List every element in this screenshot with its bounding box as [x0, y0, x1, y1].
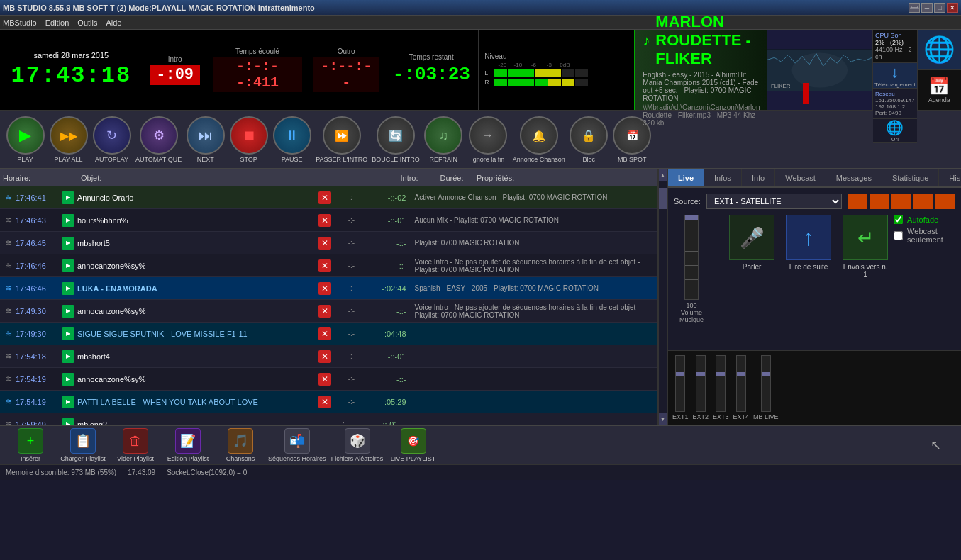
- ignore-fin-button[interactable]: → Ignore la fin: [467, 116, 509, 163]
- socket-status: Socket.Close(1092,0) = 0: [167, 469, 247, 476]
- row-play-button[interactable]: ▶: [62, 214, 74, 227]
- tab-webcast[interactable]: Webcast: [775, 169, 826, 186]
- row-time: 17:49:30: [16, 330, 62, 338]
- row-delete-button[interactable]: ✕: [318, 191, 331, 204]
- ext1-fader[interactable]: [675, 355, 685, 412]
- scroll-down-button[interactable]: ▼: [659, 413, 667, 425]
- refrain-icon: ♫: [424, 116, 462, 155]
- src-btn-3[interactable]: [891, 194, 911, 209]
- boucle-intro-button[interactable]: 🔄 BOUCLE INTRO: [372, 116, 420, 163]
- fichiers-aleatoires-button[interactable]: 🎲 Fichiers Aléatoires: [329, 428, 386, 462]
- refrain-button[interactable]: ♫ REFRAIN: [424, 116, 463, 163]
- vider-playlist-button[interactable]: 🗑 Vider Playlist: [111, 428, 160, 462]
- scroll-thumb[interactable]: [659, 188, 667, 209]
- edition-playlist-button[interactable]: 📝 Edition Playlist: [163, 428, 213, 462]
- row-play-button[interactable]: ▶: [62, 396, 74, 408]
- ext4-fader[interactable]: [736, 355, 746, 412]
- scroll-track[interactable]: [659, 181, 667, 413]
- row-delete-button[interactable]: ✕: [318, 282, 331, 295]
- volume-fader[interactable]: [684, 215, 699, 300]
- tab-infos[interactable]: Infos: [704, 169, 742, 186]
- row-delete-button[interactable]: ✕: [318, 214, 331, 227]
- row-play-button[interactable]: ▶: [62, 237, 74, 250]
- ext2-strip: EXT2: [693, 355, 709, 420]
- close-button[interactable]: ✕: [947, 3, 958, 13]
- fader-handle[interactable]: [685, 215, 698, 220]
- row-play-button[interactable]: ▶: [62, 373, 74, 386]
- lire-suite-button[interactable]: ↑ Lire de suite: [786, 215, 831, 271]
- main-area: Horaire: Objet: Intro: Durée: Propriétés…: [0, 169, 961, 425]
- menu-mbstudio[interactable]: MBStudio: [3, 18, 37, 27]
- play-button[interactable]: ▶ PLAY: [6, 116, 45, 163]
- row-play-button[interactable]: ▶: [62, 418, 74, 425]
- webcast-checkbox[interactable]: [894, 231, 903, 240]
- scroll-up-button[interactable]: ▲: [659, 169, 667, 181]
- sequences-horaires-button[interactable]: 📬 Séquences Horaires: [268, 428, 326, 462]
- tab-info[interactable]: Info: [742, 169, 775, 186]
- stop-button[interactable]: ⏹ STOP: [229, 116, 268, 163]
- playlist-scrollbar[interactable]: ▲ ▼: [658, 169, 667, 425]
- tab-histoire[interactable]: Histoire: [939, 169, 961, 186]
- menu-edition[interactable]: Edition: [45, 18, 70, 27]
- chansons-button[interactable]: 🎵 Chansons: [216, 428, 265, 462]
- tab-statistique[interactable]: Statistique: [882, 169, 939, 186]
- source-select[interactable]: EXT1 - SATELLITE EXT2 EXT3 EXT4 MB LIVE: [706, 194, 842, 209]
- download-button[interactable]: ↓ Téléchargement: [873, 63, 917, 89]
- row-delete-button[interactable]: ✕: [318, 305, 331, 318]
- row-delete-button[interactable]: ✕: [318, 327, 331, 340]
- tab-messages[interactable]: Messages: [826, 169, 882, 186]
- bloc-button[interactable]: 🔒 Bloc: [570, 116, 609, 163]
- row-play-button[interactable]: ▶: [62, 350, 74, 363]
- row-play-button[interactable]: ▶: [62, 327, 74, 340]
- remaining-timer: -:03:23: [389, 62, 474, 86]
- ext3-fader[interactable]: [716, 355, 726, 412]
- inserer-button[interactable]: + Insérer: [6, 428, 55, 462]
- annonce-chanson-button[interactable]: 🔔 Annonce Chanson: [513, 116, 565, 163]
- parler-button[interactable]: 🎤 Parler: [729, 215, 774, 271]
- charger-playlist-button[interactable]: 📋 Charger Playlist: [58, 428, 108, 462]
- automatique-button[interactable]: ⚙ AUTOMATIQUE: [135, 116, 182, 163]
- resize-icon[interactable]: ⟺: [909, 3, 920, 13]
- agenda-button[interactable]: 📅 Agenda: [918, 70, 961, 110]
- row-play-button[interactable]: ▶: [62, 191, 74, 204]
- row-delete-button[interactable]: ✕: [318, 350, 331, 363]
- autofade-checkbox[interactable]: [894, 215, 903, 224]
- live-playlist-button[interactable]: 🎯 LIVE PLAYLIST: [389, 428, 438, 462]
- globe-button[interactable]: 🌐: [918, 30, 961, 70]
- envoi-vers-button[interactable]: ↵ Envois vers n. 1: [843, 215, 888, 279]
- src-btn-5[interactable]: [935, 194, 955, 209]
- row-play-button[interactable]: ▶: [62, 259, 74, 272]
- mblive-fader[interactable]: [761, 355, 771, 412]
- header-intro: Intro:: [391, 174, 427, 182]
- pause-button[interactable]: ⏸ PAUSE: [272, 116, 311, 163]
- autoplay-button[interactable]: ↻ AUTOPLAY: [92, 116, 131, 163]
- bloc-icon: 🔒: [570, 116, 608, 155]
- ext2-fader[interactable]: [696, 355, 706, 412]
- passer-intro-button[interactable]: ⏩ PASSER L'INTRO: [316, 116, 367, 163]
- table-row: ≋ 17:46:46 ▶ LUKA - ENAMORADA ✕ -:- -:02…: [0, 277, 657, 300]
- menu-outils[interactable]: Outils: [77, 18, 97, 27]
- row-delete-button[interactable]: ✕: [318, 237, 331, 250]
- src-btn-4[interactable]: [913, 194, 933, 209]
- minimize-button[interactable]: ─: [921, 3, 933, 13]
- automatique-label: AUTOMATIQUE: [135, 156, 182, 163]
- row-delete-button[interactable]: ✕: [318, 396, 331, 408]
- url-button[interactable]: 🌐 Url: [873, 119, 917, 143]
- row-properties: Aucun Mix - Playlist: 0700 MAGIC ROTATIO…: [412, 216, 656, 224]
- live-content: Source: EXT1 - SATELLITE EXT2 EXT3 EXT4 …: [668, 188, 961, 350]
- action-buttons-area: 🎤 Parler ↑ Lire de suite ↵ Envois vers n…: [729, 215, 888, 323]
- row-play-button[interactable]: ▶: [62, 282, 74, 295]
- ext1-label: EXT1: [672, 413, 689, 420]
- maximize-button[interactable]: □: [934, 3, 945, 13]
- tab-live[interactable]: Live: [668, 169, 704, 186]
- src-btn-1[interactable]: [848, 194, 867, 209]
- row-delete-button[interactable]: ✕: [318, 259, 331, 272]
- menu-aide[interactable]: Aide: [106, 18, 121, 27]
- row-delete-button[interactable]: ✕: [318, 373, 331, 386]
- src-btn-2[interactable]: [870, 194, 889, 209]
- next-button[interactable]: ⏭ NEXT: [186, 116, 225, 163]
- calendar-icon: 📅: [928, 77, 950, 96]
- volume-fader-strip: 100 Volume Musique: [674, 215, 709, 323]
- playall-button[interactable]: ▶▶ PLAY ALL: [49, 116, 88, 163]
- row-play-button[interactable]: ▶: [62, 305, 74, 318]
